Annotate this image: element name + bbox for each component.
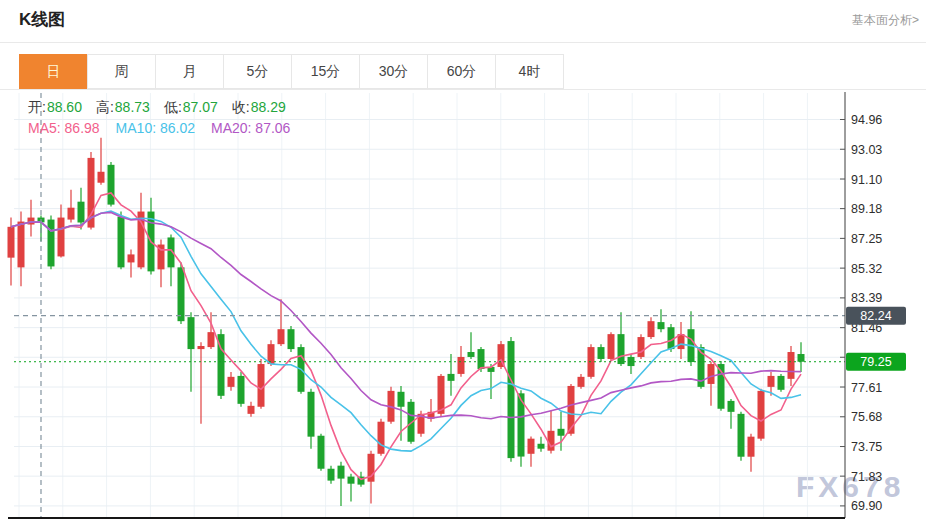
svg-text:91.10: 91.10 bbox=[851, 173, 882, 187]
tab-60min[interactable]: 60分 bbox=[427, 54, 496, 89]
tab-month[interactable]: 月 bbox=[155, 54, 224, 89]
svg-text:93.03: 93.03 bbox=[851, 143, 882, 157]
price-readout: 开:88.60高:88.73低:87.07收:88.29 MA5: 86.98M… bbox=[28, 98, 290, 137]
ma5-readout: MA5: 86.98 bbox=[28, 119, 100, 137]
svg-text:89.18: 89.18 bbox=[851, 202, 882, 216]
ohlc-low: 低:87.07 bbox=[164, 98, 218, 116]
ma20-readout: MA20: 87.06 bbox=[211, 119, 290, 137]
svg-text:77.61: 77.61 bbox=[851, 381, 882, 395]
timeframe-tabbar: 日周月5分15分30分60分4时 bbox=[19, 54, 564, 89]
tab-15min[interactable]: 15分 bbox=[291, 54, 360, 89]
ohlc-high: 高:88.73 bbox=[96, 98, 150, 116]
ma-readout: MA5: 86.98MA10: 86.02MA20: 87.06 bbox=[28, 119, 290, 137]
svg-text:85.32: 85.32 bbox=[851, 262, 882, 276]
ohlc-close: 收:88.29 bbox=[232, 98, 286, 116]
tab-30min[interactable]: 30分 bbox=[359, 54, 428, 89]
tab-5min[interactable]: 5分 bbox=[223, 54, 292, 89]
tab-day[interactable]: 日 bbox=[19, 54, 88, 89]
crosshair bbox=[14, 93, 845, 517]
crosshair-price-badge: 82.24 bbox=[846, 307, 906, 325]
svg-text:79.25: 79.25 bbox=[860, 355, 891, 369]
last-price-badge: 79.25 bbox=[846, 353, 906, 371]
ma-line-ma10 bbox=[11, 211, 801, 451]
fundamental-analysis-link[interactable]: 基本面分析> bbox=[852, 12, 919, 29]
svg-text:94.96: 94.96 bbox=[851, 113, 882, 127]
svg-text:83.39: 83.39 bbox=[851, 291, 882, 305]
svg-text:75.68: 75.68 bbox=[851, 410, 882, 424]
svg-text:82.24: 82.24 bbox=[860, 309, 891, 323]
ma10-readout: MA10: 86.02 bbox=[116, 119, 195, 137]
svg-text:73.75: 73.75 bbox=[851, 440, 882, 454]
tab-4hour[interactable]: 4时 bbox=[495, 54, 564, 89]
page-title: K线图 bbox=[19, 8, 65, 31]
kline-page: K线图 基本面分析> 日周月5分15分30分60分4时 FX678 94.969… bbox=[0, 0, 926, 521]
svg-text:71.83: 71.83 bbox=[851, 470, 882, 484]
svg-text:87.25: 87.25 bbox=[851, 232, 882, 246]
ohlc-readout: 开:88.60高:88.73低:87.07收:88.29 bbox=[28, 98, 290, 116]
ohlc-open: 开:88.60 bbox=[28, 98, 82, 116]
tab-week[interactable]: 周 bbox=[87, 54, 156, 89]
grid-lines bbox=[14, 93, 845, 517]
svg-text:69.90: 69.90 bbox=[851, 499, 882, 513]
